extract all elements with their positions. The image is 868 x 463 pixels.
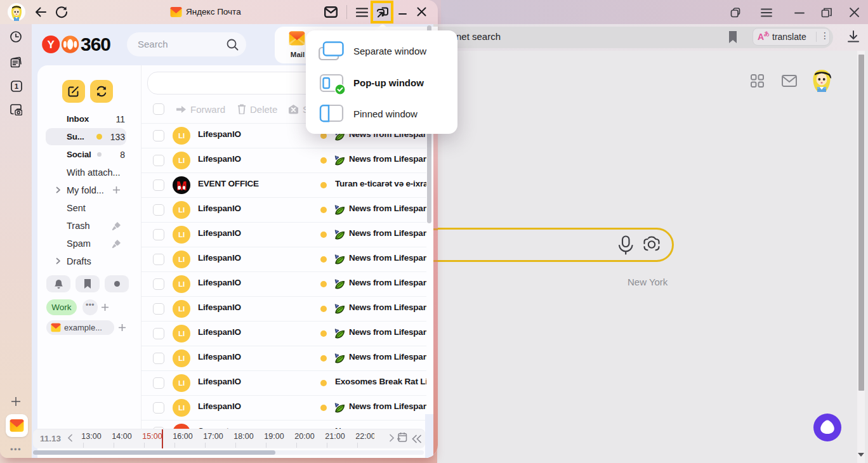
svg-text:1: 1 xyxy=(15,82,19,90)
svg-text:Y: Y xyxy=(48,39,55,51)
